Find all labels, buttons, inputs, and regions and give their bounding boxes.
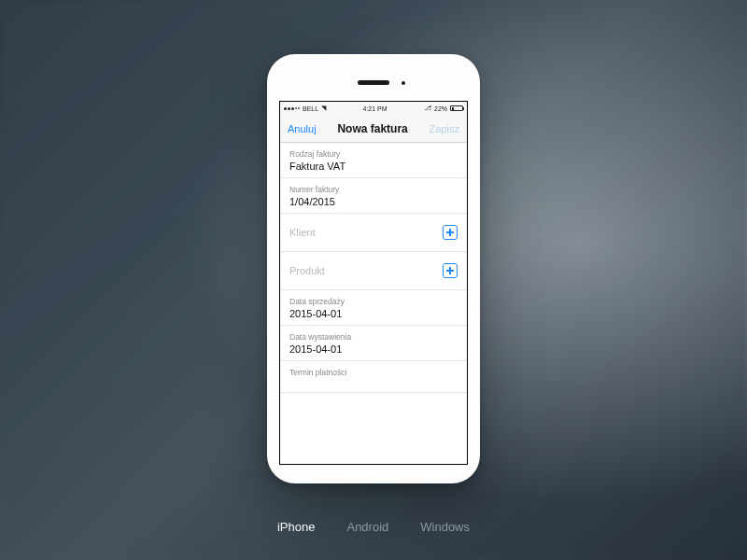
field-value: Faktura VAT [289,161,458,172]
field-value: 2015-04-01 [289,308,458,319]
carrier-label: BELL [303,105,318,112]
plus-icon [445,266,455,275]
form: Rodzaj faktury Faktura VAT Numer faktury… [280,143,467,393]
section-product[interactable]: Produkt [280,252,467,290]
field-issue-date[interactable]: Data wystawienia 2015-04-01 [280,326,467,361]
signal-dots-icon [284,107,300,110]
field-sale-date[interactable]: Data sprzedaży 2015-04-01 [280,290,467,326]
page-title: Nowa faktura [337,122,407,135]
phone-camera-icon [402,81,405,85]
bluetooth-icon: ⎇ [424,105,431,112]
battery-percent: 22% [434,105,447,112]
phone-speaker [358,80,389,85]
clock: 4:21 PM [363,105,388,112]
field-value: 1/04/2015 [289,196,458,207]
section-label: Klient [289,227,458,238]
wifi-icon: ◥ [321,105,326,112]
status-bar: BELL ◥ 4:21 PM ⎇ 22% [280,102,467,115]
section-label: Produkt [289,265,458,276]
stage: BELL ◥ 4:21 PM ⎇ 22% Anuluj Nowa faktura… [0,0,747,560]
field-label: Termin płatności [289,368,458,377]
phone-screen: BELL ◥ 4:21 PM ⎇ 22% Anuluj Nowa faktura… [279,101,468,465]
field-label: Rodzaj faktury [289,149,458,159]
tab-windows[interactable]: Windows [420,520,470,534]
field-label: Numer faktury [289,185,458,194]
battery-icon [450,105,463,111]
section-client[interactable]: Klient [280,214,467,252]
tab-android[interactable]: Android [346,520,388,534]
tab-iphone[interactable]: iPhone [277,520,315,534]
nav-bar: Anuluj Nowa faktura Zapisz [280,115,467,143]
plus-icon [445,228,455,237]
save-button[interactable]: Zapisz [430,123,459,134]
field-value: 2015-04-01 [289,343,458,355]
add-client-button[interactable] [443,225,458,240]
home-button[interactable] [372,472,375,476]
field-invoice-number[interactable]: Numer faktury 1/04/2015 [280,178,467,214]
field-label: Data wystawienia [289,332,458,342]
cancel-button[interactable]: Anuluj [288,123,317,134]
field-label: Data sprzedaży [289,297,458,306]
phone-frame: BELL ◥ 4:21 PM ⎇ 22% Anuluj Nowa faktura… [267,54,480,483]
platform-tabs: iPhone Android Windows [277,520,470,534]
add-product-button[interactable] [443,263,458,278]
field-invoice-type[interactable]: Rodzaj faktury Faktura VAT [280,143,467,178]
field-due-date[interactable]: Termin płatności [280,361,467,393]
